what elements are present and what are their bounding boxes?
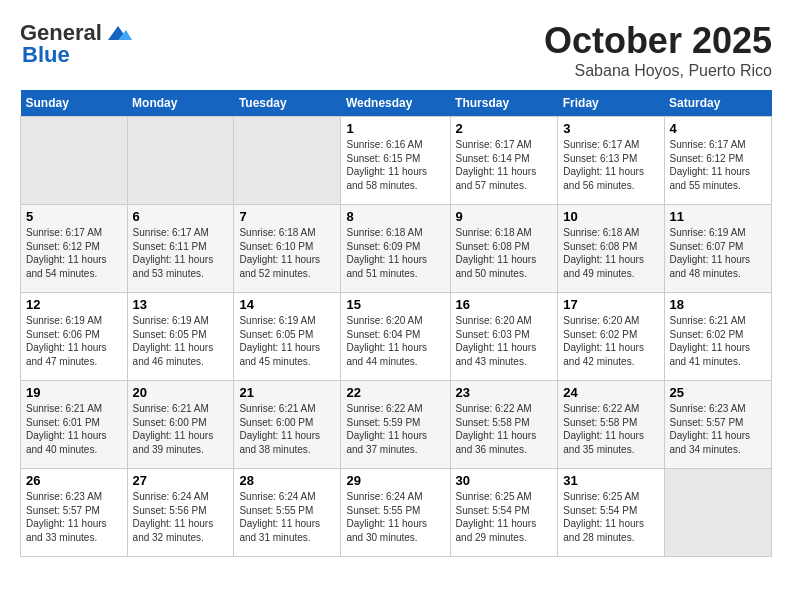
calendar-cell: 11Sunrise: 6:19 AM Sunset: 6:07 PM Dayli…: [664, 205, 772, 293]
day-info: Sunrise: 6:18 AM Sunset: 6:08 PM Dayligh…: [456, 226, 553, 280]
calendar-cell: 24Sunrise: 6:22 AM Sunset: 5:58 PM Dayli…: [558, 381, 664, 469]
day-info: Sunrise: 6:22 AM Sunset: 5:58 PM Dayligh…: [456, 402, 553, 456]
day-info: Sunrise: 6:19 AM Sunset: 6:07 PM Dayligh…: [670, 226, 767, 280]
weekday-header-sunday: Sunday: [21, 90, 128, 117]
calendar-cell: 13Sunrise: 6:19 AM Sunset: 6:05 PM Dayli…: [127, 293, 234, 381]
calendar-cell: 15Sunrise: 6:20 AM Sunset: 6:04 PM Dayli…: [341, 293, 450, 381]
calendar-cell: [664, 469, 772, 557]
calendar-week-row: 12Sunrise: 6:19 AM Sunset: 6:06 PM Dayli…: [21, 293, 772, 381]
day-info: Sunrise: 6:23 AM Sunset: 5:57 PM Dayligh…: [670, 402, 767, 456]
calendar-cell: 29Sunrise: 6:24 AM Sunset: 5:55 PM Dayli…: [341, 469, 450, 557]
calendar-cell: 28Sunrise: 6:24 AM Sunset: 5:55 PM Dayli…: [234, 469, 341, 557]
calendar-cell: 18Sunrise: 6:21 AM Sunset: 6:02 PM Dayli…: [664, 293, 772, 381]
day-info: Sunrise: 6:17 AM Sunset: 6:14 PM Dayligh…: [456, 138, 553, 192]
logo-icon: [104, 22, 132, 44]
logo: General Blue: [20, 20, 132, 68]
day-number: 12: [26, 297, 122, 312]
day-info: Sunrise: 6:17 AM Sunset: 6:11 PM Dayligh…: [133, 226, 229, 280]
day-info: Sunrise: 6:18 AM Sunset: 6:10 PM Dayligh…: [239, 226, 335, 280]
day-number: 11: [670, 209, 767, 224]
day-number: 25: [670, 385, 767, 400]
day-number: 26: [26, 473, 122, 488]
calendar-week-row: 19Sunrise: 6:21 AM Sunset: 6:01 PM Dayli…: [21, 381, 772, 469]
day-number: 19: [26, 385, 122, 400]
calendar-cell: 21Sunrise: 6:21 AM Sunset: 6:00 PM Dayli…: [234, 381, 341, 469]
calendar-table: SundayMondayTuesdayWednesdayThursdayFrid…: [20, 90, 772, 557]
calendar-cell: 25Sunrise: 6:23 AM Sunset: 5:57 PM Dayli…: [664, 381, 772, 469]
day-number: 5: [26, 209, 122, 224]
weekday-header-row: SundayMondayTuesdayWednesdayThursdayFrid…: [21, 90, 772, 117]
weekday-header-wednesday: Wednesday: [341, 90, 450, 117]
day-info: Sunrise: 6:23 AM Sunset: 5:57 PM Dayligh…: [26, 490, 122, 544]
logo-blue: Blue: [22, 42, 70, 68]
month-title: October 2025: [544, 20, 772, 62]
weekday-header-tuesday: Tuesday: [234, 90, 341, 117]
day-number: 4: [670, 121, 767, 136]
page-header: General Blue October 2025 Sabana Hoyos, …: [20, 20, 772, 80]
day-number: 21: [239, 385, 335, 400]
calendar-cell: 17Sunrise: 6:20 AM Sunset: 6:02 PM Dayli…: [558, 293, 664, 381]
calendar-cell: 26Sunrise: 6:23 AM Sunset: 5:57 PM Dayli…: [21, 469, 128, 557]
day-info: Sunrise: 6:16 AM Sunset: 6:15 PM Dayligh…: [346, 138, 444, 192]
day-number: 16: [456, 297, 553, 312]
day-number: 29: [346, 473, 444, 488]
calendar-cell: 20Sunrise: 6:21 AM Sunset: 6:00 PM Dayli…: [127, 381, 234, 469]
day-info: Sunrise: 6:20 AM Sunset: 6:04 PM Dayligh…: [346, 314, 444, 368]
day-info: Sunrise: 6:17 AM Sunset: 6:13 PM Dayligh…: [563, 138, 658, 192]
day-info: Sunrise: 6:21 AM Sunset: 6:02 PM Dayligh…: [670, 314, 767, 368]
calendar-cell: 8Sunrise: 6:18 AM Sunset: 6:09 PM Daylig…: [341, 205, 450, 293]
day-info: Sunrise: 6:22 AM Sunset: 5:59 PM Dayligh…: [346, 402, 444, 456]
day-number: 8: [346, 209, 444, 224]
day-number: 2: [456, 121, 553, 136]
day-number: 27: [133, 473, 229, 488]
day-number: 24: [563, 385, 658, 400]
calendar-cell: 27Sunrise: 6:24 AM Sunset: 5:56 PM Dayli…: [127, 469, 234, 557]
day-info: Sunrise: 6:20 AM Sunset: 6:02 PM Dayligh…: [563, 314, 658, 368]
day-number: 23: [456, 385, 553, 400]
calendar-cell: 2Sunrise: 6:17 AM Sunset: 6:14 PM Daylig…: [450, 117, 558, 205]
calendar-cell: 30Sunrise: 6:25 AM Sunset: 5:54 PM Dayli…: [450, 469, 558, 557]
calendar-cell: 3Sunrise: 6:17 AM Sunset: 6:13 PM Daylig…: [558, 117, 664, 205]
calendar-week-row: 5Sunrise: 6:17 AM Sunset: 6:12 PM Daylig…: [21, 205, 772, 293]
day-info: Sunrise: 6:17 AM Sunset: 6:12 PM Dayligh…: [26, 226, 122, 280]
day-info: Sunrise: 6:19 AM Sunset: 6:05 PM Dayligh…: [133, 314, 229, 368]
weekday-header-thursday: Thursday: [450, 90, 558, 117]
calendar-cell: 31Sunrise: 6:25 AM Sunset: 5:54 PM Dayli…: [558, 469, 664, 557]
calendar-cell: [234, 117, 341, 205]
calendar-cell: 23Sunrise: 6:22 AM Sunset: 5:58 PM Dayli…: [450, 381, 558, 469]
calendar-cell: 10Sunrise: 6:18 AM Sunset: 6:08 PM Dayli…: [558, 205, 664, 293]
day-info: Sunrise: 6:20 AM Sunset: 6:03 PM Dayligh…: [456, 314, 553, 368]
day-info: Sunrise: 6:25 AM Sunset: 5:54 PM Dayligh…: [456, 490, 553, 544]
day-info: Sunrise: 6:19 AM Sunset: 6:06 PM Dayligh…: [26, 314, 122, 368]
calendar-cell: 7Sunrise: 6:18 AM Sunset: 6:10 PM Daylig…: [234, 205, 341, 293]
day-number: 31: [563, 473, 658, 488]
day-info: Sunrise: 6:19 AM Sunset: 6:05 PM Dayligh…: [239, 314, 335, 368]
day-number: 7: [239, 209, 335, 224]
weekday-header-monday: Monday: [127, 90, 234, 117]
day-info: Sunrise: 6:24 AM Sunset: 5:55 PM Dayligh…: [346, 490, 444, 544]
day-info: Sunrise: 6:18 AM Sunset: 6:08 PM Dayligh…: [563, 226, 658, 280]
day-info: Sunrise: 6:24 AM Sunset: 5:56 PM Dayligh…: [133, 490, 229, 544]
day-info: Sunrise: 6:17 AM Sunset: 6:12 PM Dayligh…: [670, 138, 767, 192]
calendar-cell: 1Sunrise: 6:16 AM Sunset: 6:15 PM Daylig…: [341, 117, 450, 205]
day-number: 30: [456, 473, 553, 488]
calendar-cell: 6Sunrise: 6:17 AM Sunset: 6:11 PM Daylig…: [127, 205, 234, 293]
calendar-cell: [21, 117, 128, 205]
day-number: 6: [133, 209, 229, 224]
weekday-header-friday: Friday: [558, 90, 664, 117]
day-info: Sunrise: 6:21 AM Sunset: 6:00 PM Dayligh…: [239, 402, 335, 456]
day-number: 28: [239, 473, 335, 488]
calendar-cell: 22Sunrise: 6:22 AM Sunset: 5:59 PM Dayli…: [341, 381, 450, 469]
day-number: 18: [670, 297, 767, 312]
calendar-week-row: 1Sunrise: 6:16 AM Sunset: 6:15 PM Daylig…: [21, 117, 772, 205]
day-info: Sunrise: 6:25 AM Sunset: 5:54 PM Dayligh…: [563, 490, 658, 544]
calendar-cell: 12Sunrise: 6:19 AM Sunset: 6:06 PM Dayli…: [21, 293, 128, 381]
day-number: 3: [563, 121, 658, 136]
title-block: October 2025 Sabana Hoyos, Puerto Rico: [544, 20, 772, 80]
day-number: 13: [133, 297, 229, 312]
day-number: 15: [346, 297, 444, 312]
day-info: Sunrise: 6:22 AM Sunset: 5:58 PM Dayligh…: [563, 402, 658, 456]
weekday-header-saturday: Saturday: [664, 90, 772, 117]
day-number: 14: [239, 297, 335, 312]
day-number: 22: [346, 385, 444, 400]
